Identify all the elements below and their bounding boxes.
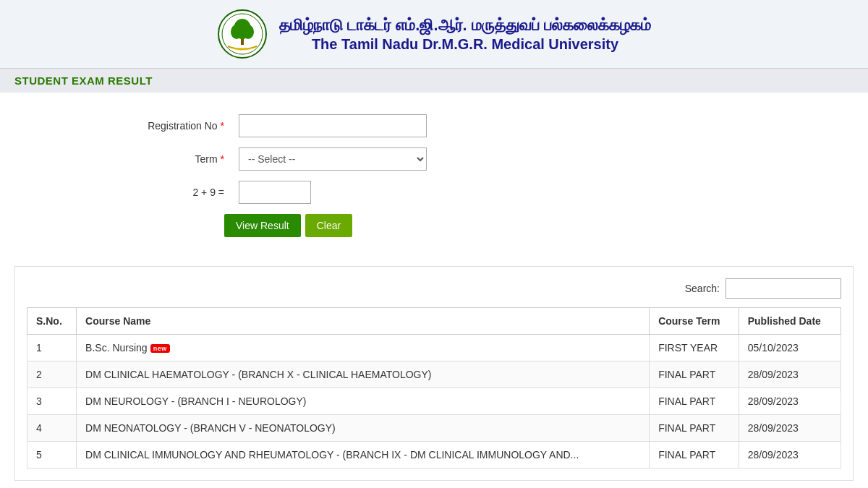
cell-sno: 2 <box>27 361 77 388</box>
search-label: Search: <box>685 283 720 294</box>
title-bar: STUDENT EXAM RESULT <box>0 69 868 93</box>
captcha-input[interactable] <box>239 181 311 204</box>
cell-course-name: DM NEONATOLOGY - (BRANCH V - NEONATOLOGY… <box>77 415 650 442</box>
cell-sno: 3 <box>27 388 77 415</box>
required-marker-term: * <box>221 153 224 165</box>
svg-point-5 <box>242 25 254 39</box>
table-row: 5DM CLINICAL IMMUNOLOGY AND RHEUMATOLOGY… <box>27 442 841 468</box>
page-title: STUDENT EXAM RESULT <box>14 74 854 87</box>
cell-course-term: FINAL PART <box>650 388 739 415</box>
page-header: தமிழ்நாடு டாக்டர் எம்.ஜி.ஆர். மருத்துவப்… <box>0 0 868 69</box>
cell-published-date: 28/09/2023 <box>739 361 841 388</box>
registration-input[interactable] <box>239 114 427 137</box>
term-row: Term * -- Select -- <box>14 147 854 171</box>
cell-course-name: DM NEUROLOGY - (BRANCH I - NEUROLOGY) <box>77 388 650 415</box>
search-input[interactable] <box>726 278 841 299</box>
view-result-button[interactable]: View Result <box>224 214 301 237</box>
cell-published-date: 28/09/2023 <box>739 388 841 415</box>
cell-course-term: FIRST YEAR <box>650 335 739 361</box>
exam-result-form: Registration No * Term * -- Select -- 2 … <box>14 107 854 259</box>
cell-sno: 4 <box>27 415 77 442</box>
new-badge: new <box>150 344 170 353</box>
table-row: 2DM CLINICAL HAEMATOLOGY - (BRANCH X - C… <box>27 361 841 388</box>
registration-row: Registration No * <box>14 114 854 137</box>
table-header-row: S.No. Course Name Course Term Published … <box>27 308 841 335</box>
col-course-term: Course Term <box>650 308 739 335</box>
table-row: 4DM NEONATOLOGY - (BRANCH V - NEONATOLOG… <box>27 415 841 442</box>
cell-course-term: FINAL PART <box>650 415 739 442</box>
term-label: Term * <box>123 153 224 165</box>
col-published-date: Published Date <box>739 308 841 335</box>
clear-button[interactable]: Clear <box>305 214 352 237</box>
cell-sno: 1 <box>27 335 77 361</box>
cell-course-name: DM CLINICAL IMMUNOLOGY AND RHEUMATOLOGY … <box>77 442 650 468</box>
term-select[interactable]: -- Select -- <box>239 147 427 171</box>
required-marker: * <box>221 120 224 132</box>
results-table: S.No. Course Name Course Term Published … <box>27 307 841 468</box>
results-section: Search: S.No. Course Name Course Term Pu… <box>14 266 854 481</box>
cell-course-term: FINAL PART <box>650 361 739 388</box>
cell-published-date: 05/10/2023 <box>739 335 841 361</box>
form-buttons: View Result Clear <box>14 214 854 237</box>
col-sno: S.No. <box>27 308 77 335</box>
university-name-block: தமிழ்நாடு டாக்டர் எம்.ஜி.ஆர். மருத்துவப்… <box>279 15 651 53</box>
captcha-row: 2 + 9 = <box>14 181 854 204</box>
table-row: 3DM NEUROLOGY - (BRANCH I - NEUROLOGY)FI… <box>27 388 841 415</box>
cell-course-term: FINAL PART <box>650 442 739 468</box>
university-english-name: The Tamil Nadu Dr.M.G.R. Medical Univers… <box>279 36 651 53</box>
university-tamil-name: தமிழ்நாடு டாக்டர் எம்.ஜி.ஆர். மருத்துவப்… <box>279 15 651 36</box>
search-bar: Search: <box>27 278 841 299</box>
col-course-name: Course Name <box>77 308 650 335</box>
table-row: 1B.Sc. NursingnewFIRST YEAR05/10/2023 <box>27 335 841 361</box>
cell-course-name: DM CLINICAL HAEMATOLOGY - (BRANCH X - CL… <box>77 361 650 388</box>
registration-label: Registration No * <box>123 120 224 132</box>
university-logo <box>217 9 268 59</box>
cell-published-date: 28/09/2023 <box>739 442 841 468</box>
main-content: Registration No * Term * -- Select -- 2 … <box>0 93 868 488</box>
captcha-label: 2 + 9 = <box>123 187 224 198</box>
cell-published-date: 28/09/2023 <box>739 415 841 442</box>
cell-sno: 5 <box>27 442 77 468</box>
cell-course-name: B.Sc. Nursingnew <box>77 335 650 361</box>
svg-point-4 <box>231 25 242 39</box>
